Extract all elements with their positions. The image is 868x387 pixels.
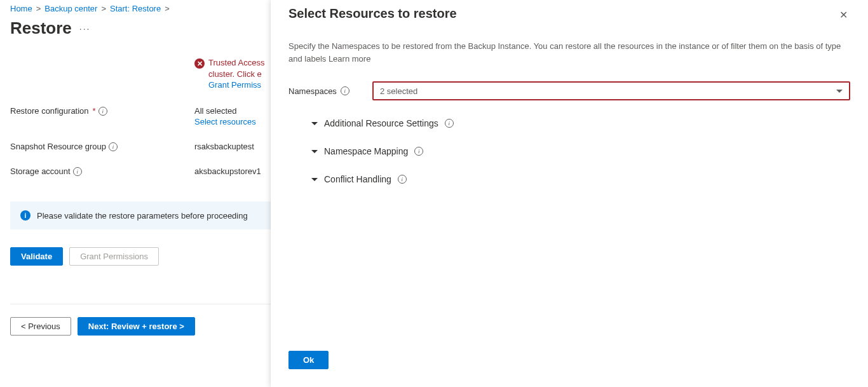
select-resources-panel: Select Resources to restore ✕ Specify th… (271, 0, 868, 387)
chevron-down-icon (836, 90, 843, 93)
restore-config-value: All selected (194, 106, 236, 116)
more-menu-icon[interactable]: ··· (79, 24, 91, 34)
namespace-mapping-expander[interactable]: Namespace Mapping i (311, 146, 850, 156)
info-bar-text: Please validate the restore parameters b… (37, 211, 248, 221)
conflict-handling-expander[interactable]: Conflict Handling i (311, 174, 850, 184)
grant-permissions-button[interactable]: Grant Permissions (69, 247, 159, 266)
validate-button[interactable]: Validate (10, 247, 63, 266)
snapshot-rg-value: rsaksbackuptest (194, 142, 254, 151)
info-icon[interactable]: i (398, 175, 407, 184)
storage-account-value: aksbackupstorev1 (194, 166, 261, 176)
storage-account-label: Storage account (10, 166, 71, 176)
namespaces-dropdown[interactable]: 2 selected (372, 81, 850, 100)
error-icon: ✕ (194, 58, 205, 69)
snapshot-rg-label: Snapshot Resource group (10, 142, 106, 151)
close-icon[interactable]: ✕ (837, 6, 850, 24)
info-icon[interactable]: i (414, 147, 423, 156)
previous-button[interactable]: < Previous (10, 317, 71, 336)
chevron-down-icon (311, 122, 318, 125)
error-message-line1: Trusted Access (208, 57, 264, 69)
chevron-down-icon (311, 178, 318, 181)
info-icon[interactable]: i (341, 86, 349, 95)
breadcrumb-home[interactable]: Home (10, 4, 32, 13)
conflict-handling-label: Conflict Handling (324, 174, 391, 184)
breadcrumb-separator: > (36, 4, 41, 13)
info-icon[interactable]: i (73, 167, 82, 176)
info-icon[interactable]: i (109, 142, 118, 151)
breadcrumb-start-restore[interactable]: Start: Restore (110, 4, 161, 13)
grant-permissions-link[interactable]: Grant Permiss (208, 80, 264, 90)
namespaces-dropdown-value: 2 selected (380, 86, 417, 96)
namespaces-label: Namespaces (288, 86, 337, 96)
info-icon[interactable]: i (445, 119, 454, 128)
next-review-restore-button[interactable]: Next: Review + restore > (78, 317, 195, 336)
breadcrumb-separator: > (165, 4, 170, 13)
breadcrumb-separator: > (101, 4, 106, 13)
info-icon[interactable]: i (98, 107, 107, 116)
select-resources-link[interactable]: Select resources (194, 117, 256, 126)
page-title: Restore (10, 18, 72, 38)
namespace-mapping-label: Namespace Mapping (324, 146, 408, 156)
additional-resource-settings-label: Additional Resource Settings (324, 118, 438, 128)
error-message-line2: cluster. Click e (208, 69, 264, 80)
restore-config-label: Restore configuration (10, 106, 89, 116)
required-asterisk: * (93, 106, 96, 116)
chevron-down-icon (311, 150, 318, 153)
info-circle-icon: i (20, 210, 31, 221)
additional-resource-settings-expander[interactable]: Additional Resource Settings i (311, 118, 850, 128)
ok-button[interactable]: Ok (288, 351, 329, 369)
breadcrumb-backup-center[interactable]: Backup center (44, 4, 97, 13)
panel-description: Specify the Namespaces to be restored fr… (288, 40, 850, 65)
panel-title: Select Resources to restore (288, 6, 457, 21)
